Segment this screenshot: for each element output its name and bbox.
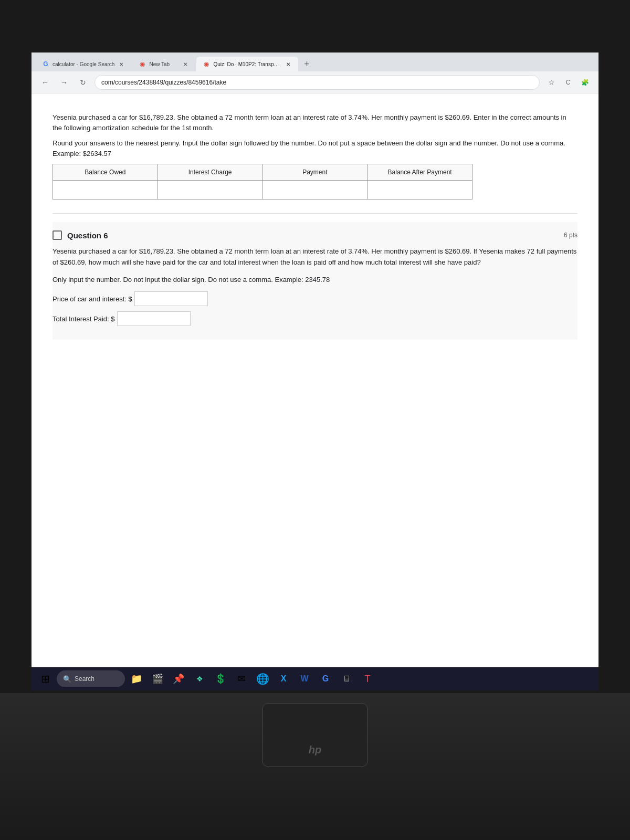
question-6-title: Question 6 [52, 230, 108, 240]
trackpad[interactable] [262, 704, 368, 766]
tab-calculator[interactable]: G calculator - Google Search ✕ [36, 57, 131, 71]
address-bar[interactable]: com/courses/2438849/quizzes/8459616/take [94, 75, 540, 90]
total-interest-answer-input[interactable] [117, 311, 191, 326]
input-balance-owed[interactable] [59, 187, 151, 194]
taskbar-search-bar[interactable]: 🔍 Search [57, 670, 125, 687]
taskbar-icon-mail[interactable]: ✉ [232, 669, 251, 688]
tab-bar: G calculator - Google Search ✕ ◉ New Tab… [32, 52, 598, 71]
browser-window: G calculator - Google Search ✕ ◉ New Tab… [32, 52, 598, 682]
q6-instructions-text: Only input the number. Do not input the … [52, 275, 578, 286]
taskbar-icon-dollar[interactable]: 💲 [211, 669, 230, 688]
new-tab-button[interactable]: + [299, 57, 314, 71]
tab-label-newtab: New Tab [149, 61, 170, 67]
taskbar-icon-app1[interactable]: ❖ [190, 669, 209, 688]
taskbar-icon-google[interactable]: G [316, 669, 335, 688]
cell-payment[interactable] [262, 181, 368, 200]
taskbar-icon-display[interactable]: 🖥 [337, 669, 356, 688]
question-6-checkbox[interactable] [52, 230, 62, 240]
q6-intro-text: Yesenia purchased a car for $16,789.23. … [52, 246, 578, 268]
taskbar-search-text: Search [75, 675, 94, 682]
tab-newtab[interactable]: ◉ New Tab ✕ [132, 57, 195, 71]
tab-label-calculator: calculator - Google Search [52, 61, 114, 67]
laptop-body [0, 693, 630, 840]
question-6-section: Question 6 6 pts Yesenia purchased a car… [52, 222, 578, 340]
bookmark-button[interactable]: ☆ [544, 75, 559, 90]
refresh-button[interactable]: ↻ [76, 75, 90, 90]
question-6-label: Question 6 [67, 231, 108, 240]
taskbar-icon-browser[interactable]: 🌐 [253, 669, 272, 688]
price-answer-input[interactable] [134, 291, 208, 306]
account-button[interactable]: C [561, 75, 575, 90]
page-content: Yesenia purchased a car for $16,789.23. … [32, 93, 598, 682]
col-header-payment: Payment [262, 164, 368, 181]
extensions-button[interactable]: 🧩 [578, 75, 592, 90]
back-button[interactable]: ← [38, 75, 52, 90]
tab-close-calculator[interactable]: ✕ [118, 60, 125, 68]
cell-balance-after[interactable] [368, 181, 472, 200]
tab-quiz[interactable]: ◉ Quiz: Do · M10P2: Transportati ✕ [196, 57, 298, 71]
total-interest-label: Total Interest Paid: $ [52, 315, 115, 323]
start-button[interactable]: ⊞ [36, 669, 55, 688]
cell-interest-charge[interactable] [158, 181, 262, 200]
taskbar: ⊞ 🔍 Search 📁 🎬 📌 ❖ 💲 ✉ 🌐 X W G 🖥 T [32, 667, 598, 690]
amort-row-1 [53, 181, 472, 200]
taskbar-icon-pin[interactable]: 📌 [169, 669, 188, 688]
input-payment[interactable] [269, 187, 361, 194]
q5-intro-text: Yesenia purchased a car for $16,789.23. … [52, 112, 578, 133]
taskbar-icon-folder[interactable]: 📁 [127, 669, 146, 688]
question-6-header: Question 6 6 pts [52, 230, 578, 240]
tab-icon-google: G [42, 60, 49, 68]
taskbar-search-icon: 🔍 [63, 675, 71, 683]
col-header-interest-charge: Interest Charge [158, 164, 262, 181]
tab-icon-quiz: ◉ [203, 60, 210, 68]
address-bar-row: ← → ↻ com/courses/2438849/quizzes/845961… [32, 71, 598, 93]
input-interest-charge[interactable] [164, 187, 256, 194]
total-interest-input-row: Total Interest Paid: $ [52, 311, 578, 326]
taskbar-icon-word[interactable]: W [295, 669, 314, 688]
price-input-row: Price of car and interest: $ [52, 291, 578, 306]
address-text: com/courses/2438849/quizzes/8459616/take [101, 79, 226, 86]
col-header-balance-owed: Balance Owed [53, 164, 158, 181]
q5-instructions-text: Round your answers to the nearest penny.… [52, 138, 578, 159]
taskbar-icon-t[interactable]: T [358, 669, 377, 688]
col-header-balance-after: Balance After Payment [368, 164, 472, 181]
hp-logo: hp [309, 744, 321, 756]
taskbar-icon-x[interactable]: X [274, 669, 293, 688]
browser-actions: ☆ C 🧩 [544, 75, 592, 90]
amortization-table: Balance Owed Interest Charge Payment Bal… [52, 164, 472, 200]
tab-close-quiz[interactable]: ✕ [285, 60, 292, 68]
tab-close-newtab[interactable]: ✕ [182, 60, 189, 68]
cell-balance-owed[interactable] [53, 181, 158, 200]
question-5-section: Yesenia purchased a car for $16,789.23. … [52, 104, 578, 214]
forward-button[interactable]: → [57, 75, 71, 90]
tab-icon-newtab: ◉ [139, 60, 146, 68]
price-label: Price of car and interest: $ [52, 295, 132, 303]
question-6-pts: 6 pts [564, 232, 578, 239]
input-balance-after[interactable] [374, 187, 466, 194]
tab-label-quiz: Quiz: Do · M10P2: Transportati [213, 61, 281, 67]
taskbar-icon-video[interactable]: 🎬 [148, 669, 167, 688]
